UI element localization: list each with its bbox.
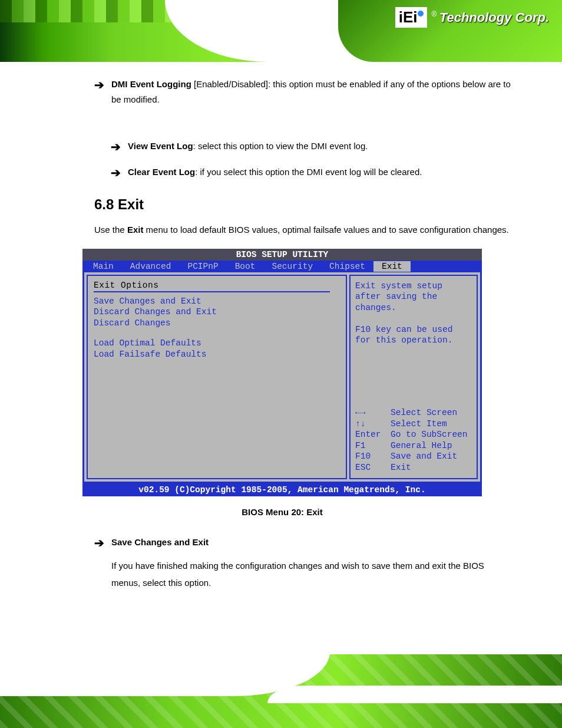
bullet-view-event-log: ➔ View Event Log: select this option to … (111, 139, 515, 155)
bullet-dmi-logging: ➔ DMI Event Logging [Enabled/Disabled]: … (94, 77, 515, 107)
bios-item-discard[interactable]: Discard Changes (94, 318, 340, 329)
bios-right-pane: Exit system setup after saving the chang… (349, 275, 478, 479)
footer-band (0, 654, 562, 728)
bullet-desc: : select this option to view the DMI eve… (193, 141, 368, 151)
bios-item-discard-exit[interactable]: Discard Changes and Exit (94, 307, 340, 318)
registered-mark: ® (432, 10, 437, 18)
bullet-title: Clear Event Log (128, 167, 195, 177)
bios-left-pane: Exit Options Save Changes and Exit Disca… (87, 275, 347, 479)
page-number: Page 157 (495, 689, 530, 699)
bios-footer: v02.59 (C)Copyright 1985-2005, American … (82, 483, 482, 496)
arrow-icon: ➔ (94, 535, 104, 551)
bullet-title: Save Changes and Exit (111, 537, 209, 547)
bios-help-text: Exit system setup after saving the chang… (355, 281, 472, 346)
bullet-save-changes-exit: ➔ Save Changes and Exit If you have fini… (94, 535, 515, 592)
section-heading: 6.8 Exit (94, 196, 515, 213)
bios-divider (94, 291, 330, 292)
figure-caption: BIOS Menu 20: Exit (82, 507, 482, 517)
logo-mark: iEi (395, 7, 427, 28)
arrow-icon: ➔ (94, 77, 104, 93)
bios-tab-security[interactable]: Security (263, 261, 321, 272)
bios-tabs: Main Advanced PCIPnP Boot Security Chips… (82, 261, 482, 272)
bullet-clear-event-log: ➔ Clear Event Log: if you select this op… (111, 164, 515, 181)
bios-item-failsafe[interactable]: Load Failsafe Defaults (94, 349, 340, 360)
section-sub: Use the Exit menu to load default BIOS v… (94, 223, 515, 237)
bullet-desc: : if you select this option the DMI even… (195, 167, 422, 177)
bullet-desc: If you have finished making the configur… (111, 558, 515, 591)
bios-tab-chipset[interactable]: Chipset (321, 261, 373, 272)
bios-tab-boot[interactable]: Boot (227, 261, 264, 272)
bullet-title: DMI Event Logging (111, 79, 191, 89)
bios-left-title: Exit Options (94, 281, 340, 291)
bios-body: Exit Options Save Changes and Exit Disca… (82, 272, 482, 483)
bios-screenshot: BIOS SETUP UTILITY Main Advanced PCIPnP … (82, 249, 482, 496)
bullet-title: View Event Log (128, 141, 193, 151)
logo-area: iEi ® Technology Corp. (395, 7, 549, 28)
arrow-icon: ➔ (111, 164, 121, 181)
bios-tab-advanced[interactable]: Advanced (122, 261, 180, 272)
bios-item-save-exit[interactable]: Save Changes and Exit (94, 296, 340, 307)
bios-nav-help: ←→Select Screen ↑↓Select Item EnterGo to… (355, 407, 472, 473)
bios-tab-pcipnp[interactable]: PCIPnP (179, 261, 226, 272)
bios-title: BIOS SETUP UTILITY (82, 249, 482, 261)
brand-name: Technology Corp. (439, 10, 549, 25)
arrow-icon: ➔ (111, 139, 121, 155)
bios-item-optimal[interactable]: Load Optimal Defaults (94, 338, 340, 349)
page-content: ➔ DMI Event Logging [Enabled/Disabled]: … (94, 77, 515, 596)
bios-tab-exit[interactable]: Exit (373, 261, 411, 272)
bios-tab-main[interactable]: Main (85, 261, 122, 272)
